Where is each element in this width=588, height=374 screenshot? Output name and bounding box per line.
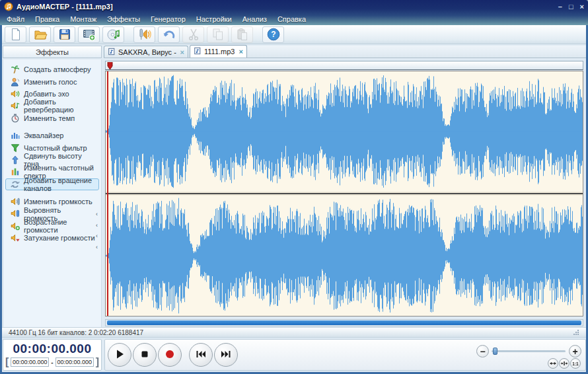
frequency-filter-icon: [11, 143, 20, 153]
timeline-ruler[interactable]: [105, 61, 583, 70]
add-reverb-icon: [11, 101, 20, 110]
menu-help[interactable]: Справка: [272, 14, 311, 24]
horizontal-scrollbar[interactable]: [105, 319, 583, 326]
skip-to-end-button[interactable]: [214, 343, 238, 367]
tab-close-icon[interactable]: ×: [180, 48, 184, 56]
effect-change-voice[interactable]: Изменить голос: [5, 75, 99, 87]
close-button[interactable]: ×: [580, 2, 584, 11]
grab-audio-cd-icon: [106, 27, 121, 42]
effects-group-2: ЭквалайзерЧастотный фильтрСдвинуть высот…: [3, 130, 101, 190]
extract-audio-from-video-icon: [82, 27, 96, 42]
effect-label: Добавить реверберацию: [24, 98, 96, 114]
zoom-in-button[interactable]: +: [569, 345, 581, 357]
time-panel: 00:00:00.000 [ - ]: [3, 339, 102, 371]
effects-panel-header[interactable]: Эффекты: [3, 46, 102, 58]
undo-icon: [162, 27, 176, 42]
paste-button: [231, 26, 253, 43]
toolbar: ?: [2, 25, 586, 44]
zoom-slider[interactable]: [492, 350, 566, 352]
collapse-chevron-icon[interactable]: ‹: [96, 223, 98, 228]
zoom-slider-handle[interactable]: [493, 348, 497, 355]
stereo-waveform-canvas[interactable]: [106, 71, 583, 316]
copy-button: [207, 26, 229, 43]
zoom-preset-buttons: 1:1: [548, 358, 581, 369]
change-tempo-icon: [11, 114, 20, 123]
effect-label: Изменить громкость: [24, 198, 92, 206]
record-button[interactable]: [158, 343, 182, 367]
menu-generator[interactable]: Генератор: [145, 14, 191, 24]
collapse-chevron-icon[interactable]: ‹: [96, 244, 98, 250]
menu-file[interactable]: Файл: [1, 14, 30, 24]
collapse-chevron-icon[interactable]: ‹: [96, 233, 98, 239]
status-bar: 44100 Гц 16 бит каналов: 2 0:02:20 61884…: [2, 327, 586, 338]
effect-add-reverb[interactable]: Добавить реверберацию: [5, 100, 99, 112]
waveform-view[interactable]: [105, 71, 583, 317]
effect-equalizer[interactable]: Эквалайзер: [5, 130, 99, 141]
menu-bar: ФайлПравкаМонтажЭффектыГенераторНастройк…: [1, 13, 588, 25]
collapse-chevron-icon[interactable]: ‹: [96, 211, 98, 217]
zoom-out-button[interactable]: −: [476, 345, 489, 357]
effect-fade-out[interactable]: Затухание громкости: [5, 232, 99, 244]
cut-button: [182, 26, 204, 43]
tab-sakxra[interactable]: SAKXRA, Вирус - Попро...×: [104, 46, 188, 57]
range-bracket-close: ]: [96, 357, 99, 367]
horizontal-scrollbar-thumb[interactable]: [107, 320, 581, 325]
new-file-button[interactable]: [5, 26, 26, 43]
svg-text:?: ?: [271, 30, 276, 39]
effects-sidebar: Создать атмосферуИзменить голосДобавить …: [3, 59, 102, 334]
effects-group-3: Изменить громкостьВыровнять громкостьВоз…: [3, 196, 101, 244]
menu-analysis[interactable]: Анализ: [237, 14, 272, 24]
playhead-line[interactable]: [107, 71, 108, 316]
selection-end-input[interactable]: [55, 357, 94, 367]
effect-label: Добавить вращение каналов: [24, 176, 96, 192]
playback-control-panel: − + 1:1: [104, 339, 586, 371]
tab-label: 1111.mp3: [204, 48, 235, 56]
tab-1111[interactable]: 1111.mp3×: [190, 45, 247, 57]
save-file-button[interactable]: [54, 26, 75, 43]
skip-to-end-icon: [220, 348, 232, 362]
effect-create-atmosphere[interactable]: Создать атмосферу: [5, 63, 99, 75]
audio-file-icon: [108, 48, 116, 57]
stop-button[interactable]: [133, 343, 157, 367]
grab-audio-cd-button[interactable]: [102, 26, 124, 43]
resize-grip-icon[interactable]: [573, 329, 579, 336]
play-button[interactable]: [108, 343, 131, 367]
fit-width-button[interactable]: [548, 358, 558, 369]
menu-effects[interactable]: Эффекты: [102, 14, 145, 24]
selection-start-input[interactable]: [11, 357, 49, 367]
effects-group-1: Создать атмосферуИзменить голосДобавить …: [3, 63, 101, 124]
extract-audio-from-video-button[interactable]: [78, 26, 100, 43]
create-atmosphere-icon: [11, 65, 20, 74]
open-file-button[interactable]: [29, 26, 51, 43]
skip-to-start-button[interactable]: [189, 343, 213, 367]
save-file-icon: [57, 27, 72, 42]
app-logo-icon: [4, 2, 13, 11]
menu-montage[interactable]: Монтаж: [65, 14, 102, 24]
range-separator: -: [51, 359, 53, 366]
minimize-button[interactable]: –: [558, 2, 562, 11]
record-audio-icon: [137, 27, 152, 42]
tab-close-icon[interactable]: ×: [239, 48, 242, 56]
current-time-display: 00:00:00.000: [3, 342, 101, 356]
change-volume-icon: [11, 197, 20, 206]
normalize-volume-icon: [11, 209, 20, 218]
effect-add-channel-rotation[interactable]: Добавить вращение каналов: [5, 178, 99, 190]
window-chrome: АудиоМАСТЕР - [1111.mp3] – □ × ФайлПравк…: [0, 0, 588, 25]
fit-selection-icon: [560, 359, 568, 367]
change-voice-icon: [11, 77, 20, 87]
effect-label: Затухание громкости: [24, 234, 95, 242]
playhead-marker-icon[interactable]: [107, 62, 113, 69]
effect-fade-in[interactable]: Возрастание громкости: [5, 220, 99, 232]
selection-range: [ - ]: [3, 357, 101, 367]
range-bracket-open: [: [5, 357, 9, 367]
undo-button[interactable]: [158, 26, 180, 43]
record-audio-button[interactable]: [133, 26, 155, 43]
maximize-button[interactable]: □: [569, 2, 573, 11]
fit-selection-button[interactable]: [559, 358, 570, 369]
tab-label: SAKXRA, Вирус - Попро...: [118, 48, 176, 56]
help-button[interactable]: ?: [262, 26, 284, 43]
zoom-one-to-one-button[interactable]: 1:1: [570, 358, 581, 369]
menu-settings[interactable]: Настройки: [191, 14, 237, 24]
shift-pitch-icon: [11, 155, 20, 165]
menu-edit[interactable]: Правка: [30, 14, 65, 24]
